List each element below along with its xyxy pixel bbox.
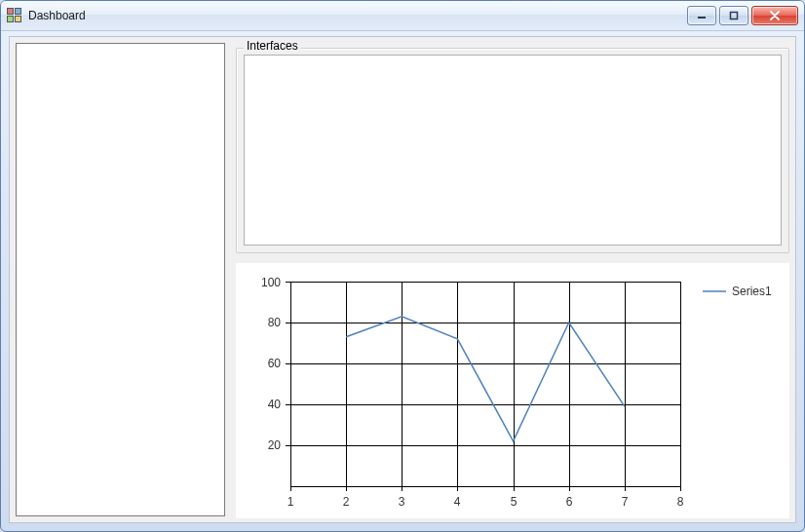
chart-panel: 1 2 3 4 5 6 7 8 20 40 60 80 — [236, 263, 789, 518]
y-tick-60: 60 — [268, 357, 282, 370]
minimize-button[interactable] — [687, 6, 716, 25]
y-tick-100: 100 — [261, 276, 281, 289]
x-tick-4: 4 — [454, 495, 461, 509]
titlebar[interactable]: Dashboard — [1, 1, 804, 31]
series1-line — [346, 317, 625, 441]
x-tick-1: 1 — [288, 495, 294, 509]
interfaces-label: Interfaces — [244, 39, 301, 53]
close-button[interactable] — [751, 6, 798, 25]
svg-rect-1 — [731, 13, 738, 19]
client-area: Interfaces — [9, 36, 796, 523]
interfaces-content[interactable] — [244, 55, 782, 246]
window-buttons — [687, 6, 798, 25]
y-tick-20: 20 — [268, 438, 282, 452]
line-chart: 1 2 3 4 5 6 7 8 20 40 60 80 — [237, 264, 788, 517]
y-tick-80: 80 — [268, 316, 282, 329]
x-tick-7: 7 — [622, 495, 629, 509]
x-tick-2: 2 — [343, 495, 350, 509]
x-tick-3: 3 — [399, 495, 405, 509]
x-tick-8: 8 — [677, 495, 684, 509]
interfaces-groupbox: Interfaces — [236, 41, 789, 253]
maximize-button[interactable] — [719, 6, 748, 25]
chart-legend: Series1 — [703, 285, 772, 298]
x-tick-5: 5 — [511, 495, 518, 509]
app-icon — [7, 8, 22, 23]
y-tick-40: 40 — [268, 398, 282, 411]
legend-series1: Series1 — [732, 285, 772, 298]
app-window: Dashboard Interfaces — [0, 0, 805, 532]
x-tick-6: 6 — [566, 495, 573, 509]
interface-list[interactable] — [16, 43, 225, 516]
window-title: Dashboard — [28, 9, 86, 22]
